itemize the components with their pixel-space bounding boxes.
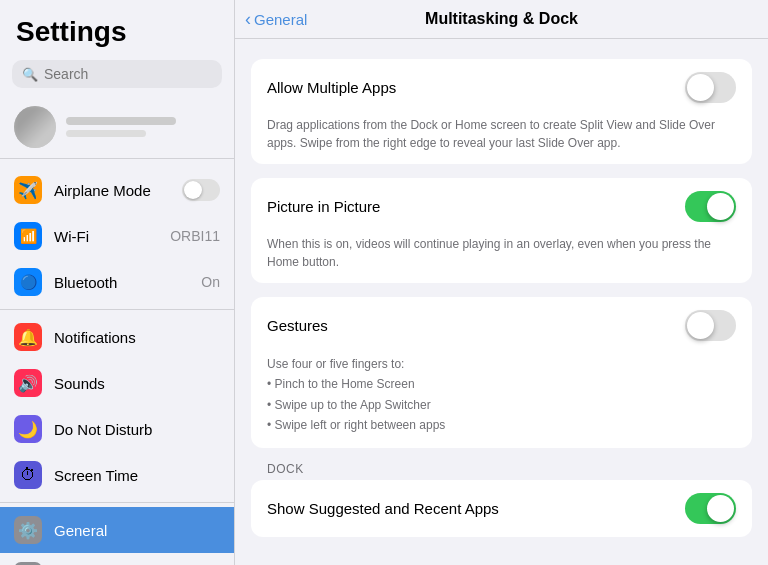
- show-suggested-toggle[interactable]: [685, 493, 736, 524]
- avatar: [14, 106, 56, 148]
- bluetooth-icon: 🔵: [14, 268, 42, 296]
- allow-multiple-apps-card: Allow Multiple Apps Drag applications fr…: [251, 59, 752, 164]
- user-profile[interactable]: [0, 96, 234, 159]
- divider-2: [0, 502, 234, 503]
- show-suggested-card: Show Suggested and Recent Apps: [251, 480, 752, 537]
- gestures-toggle[interactable]: [685, 310, 736, 341]
- airplane-mode-label: Airplane Mode: [54, 182, 170, 199]
- do-not-disturb-icon: 🌙: [14, 415, 42, 443]
- general-label: General: [54, 522, 220, 539]
- main-content: ‹ General Multitasking & Dock Allow Mult…: [235, 0, 768, 565]
- user-name: [66, 117, 176, 125]
- sidebar-item-sounds[interactable]: 🔊 Sounds: [0, 360, 234, 406]
- sidebar-item-notifications[interactable]: 🔔 Notifications: [0, 314, 234, 360]
- general-icon: ⚙️: [14, 516, 42, 544]
- sounds-label: Sounds: [54, 375, 220, 392]
- nav-back-button[interactable]: ‹ General: [245, 9, 307, 30]
- wifi-icon: 📶: [14, 222, 42, 250]
- wifi-label: Wi-Fi: [54, 228, 158, 245]
- sounds-icon: 🔊: [14, 369, 42, 397]
- do-not-disturb-label: Do Not Disturb: [54, 421, 220, 438]
- dock-section-label: DOCK: [251, 462, 752, 480]
- allow-multiple-apps-toggle[interactable]: [685, 72, 736, 103]
- airplane-mode-toggle[interactable]: [182, 179, 220, 201]
- sidebar-item-airplane-mode[interactable]: ✈️ Airplane Mode: [0, 167, 234, 213]
- divider-1: [0, 309, 234, 310]
- search-bar[interactable]: 🔍: [12, 60, 222, 88]
- chevron-left-icon: ‹: [245, 9, 251, 30]
- gestures-row: Gestures: [251, 297, 752, 354]
- gestures-label: Gestures: [267, 317, 328, 334]
- picture-in-picture-description: When this is on, videos will continue pl…: [251, 235, 752, 283]
- allow-multiple-apps-label: Allow Multiple Apps: [267, 79, 396, 96]
- sidebar-item-bluetooth[interactable]: 🔵 Bluetooth On: [0, 259, 234, 305]
- picture-in-picture-label: Picture in Picture: [267, 198, 380, 215]
- nav-title: Multitasking & Dock: [425, 10, 578, 28]
- show-suggested-row: Show Suggested and Recent Apps: [251, 480, 752, 537]
- sidebar-item-control-center[interactable]: ☰ Control Center: [0, 553, 234, 565]
- gestures-card: Gestures Use four or five fingers to: • …: [251, 297, 752, 448]
- sidebar-item-general[interactable]: ⚙️ General: [0, 507, 234, 553]
- gestures-description: Use four or five fingers to: • Pinch to …: [251, 354, 752, 448]
- allow-multiple-apps-description: Drag applications from the Dock or Home …: [251, 116, 752, 164]
- nav-header: ‹ General Multitasking & Dock: [235, 0, 768, 39]
- sidebar: Settings 🔍 ✈️ Airplane Mode 📶 Wi-Fi ORBI…: [0, 0, 235, 565]
- wifi-value: ORBI11: [170, 228, 220, 244]
- sidebar-item-screen-time[interactable]: ⏱ Screen Time: [0, 452, 234, 498]
- sidebar-title: Settings: [0, 0, 234, 56]
- user-subtitle: [66, 130, 146, 137]
- nav-back-label: General: [254, 11, 307, 28]
- sidebar-item-wifi[interactable]: 📶 Wi-Fi ORBI11: [0, 213, 234, 259]
- airplane-mode-icon: ✈️: [14, 176, 42, 204]
- content-area: Allow Multiple Apps Drag applications fr…: [235, 39, 768, 557]
- bluetooth-value: On: [201, 274, 220, 290]
- picture-in-picture-card: Picture in Picture When this is on, vide…: [251, 178, 752, 283]
- search-input[interactable]: [44, 66, 212, 82]
- dock-section: DOCK Show Suggested and Recent Apps: [251, 462, 752, 537]
- show-suggested-label: Show Suggested and Recent Apps: [267, 500, 499, 517]
- settings-list: ✈️ Airplane Mode 📶 Wi-Fi ORBI11 🔵 Blueto…: [0, 159, 234, 565]
- notifications-icon: 🔔: [14, 323, 42, 351]
- screen-time-label: Screen Time: [54, 467, 220, 484]
- screen-time-icon: ⏱: [14, 461, 42, 489]
- search-icon: 🔍: [22, 67, 38, 82]
- allow-multiple-apps-row: Allow Multiple Apps: [251, 59, 752, 116]
- sidebar-item-do-not-disturb[interactable]: 🌙 Do Not Disturb: [0, 406, 234, 452]
- notifications-label: Notifications: [54, 329, 220, 346]
- picture-in-picture-row: Picture in Picture: [251, 178, 752, 235]
- bluetooth-label: Bluetooth: [54, 274, 189, 291]
- picture-in-picture-toggle[interactable]: [685, 191, 736, 222]
